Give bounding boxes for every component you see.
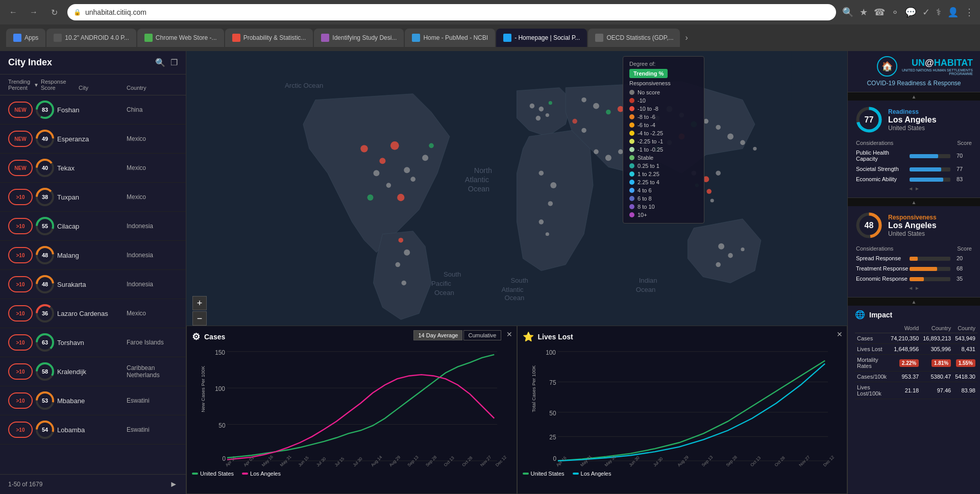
tab-label: Chrome Web Store -... [156,34,217,41]
svg-text:100: 100 [546,349,556,356]
tab-14day[interactable]: 14 Day Average [413,330,462,340]
impact-label-lives: Lives Lost [855,344,889,355]
tab-pubmed[interactable]: Home - PubMed - NCBI [405,29,495,47]
consideration-name: Societal Strength [856,164,909,174]
responsiveness-card: 48 Responsiveness Los Angeles United Sta… [848,206,980,298]
svg-text:150: 150 [215,349,225,356]
svg-text:May 16: May 16 [261,454,275,467]
tab-oecd[interactable]: OECD Statistics (GDP,... [588,29,680,47]
country-mortality-badge: 1.81% [932,359,951,367]
cases-chart-close[interactable]: ✕ [506,330,512,338]
legend-item: -2.25 to -1 [629,137,698,145]
address-bar[interactable]: 🔒 unhabitat.citiiq.com [67,4,836,20]
checklist-icon[interactable]: ✓ [922,7,930,18]
la-label: Los Angeles [250,471,281,477]
trending-degree-btn[interactable]: Trending % [629,69,668,78]
consideration-name-r: Spread Response [856,254,909,263]
svg-text:Jul 30: Jul 30 [652,456,664,467]
legend-label: 6 to 8 [638,195,652,202]
search-icon[interactable]: 🔍 [842,7,853,18]
scroll-bottom[interactable]: ▲ [848,298,980,306]
city-row[interactable]: >10 38 Tuxpan Mexico [0,183,186,212]
city-row[interactable]: >10 58 Kralendijk Caribbean Netherlands [0,357,186,386]
tab-favicon [412,34,420,42]
tab-apps[interactable]: Apps [6,29,45,47]
responsiveness-label[interactable]: Responsiveness [629,80,698,86]
city-row[interactable]: >10 55 Cilacap Indonesia [0,212,186,241]
pagination-next[interactable]: ► [169,480,178,489]
world-map[interactable]: Arctic Ocean Arctic North Atlantic Ocean… [186,51,847,326]
legend-item: Stable [629,154,698,162]
consideration-bar-r3 [910,274,955,283]
lives-chart-area: 100 75 50 25 0 Total Cases Per 100K [523,345,842,488]
search-icon[interactable]: 🔍 [155,58,165,67]
considerations-col-r: Considerations [856,244,909,253]
skype-icon[interactable]: 💬 [905,7,916,18]
legend-item: 10+ [629,211,698,219]
account-icon[interactable]: ⚬ [891,7,899,18]
cases-chart-area: 150 100 50 0 New Cases Per 100K [192,345,511,488]
svg-text:0: 0 [553,455,556,462]
city-row[interactable]: >10 48 Surakarta Indonesia [0,270,186,299]
forward-button[interactable]: → [27,5,41,19]
tab-cumulative[interactable]: Cumulative [463,330,501,340]
tab-probability[interactable]: Probability & Statistic... [225,29,313,47]
logo-name: UN@HABITAT [901,58,973,68]
impact-country-lives100k: 97.46 [921,382,953,399]
extensions-icon[interactable]: ⚕ [936,7,941,18]
expand-icon[interactable]: ❐ [170,58,178,67]
tab-favicon [13,34,21,42]
readiness-scroll[interactable]: ◄ ► [855,185,973,192]
back-button[interactable]: ← [6,5,20,19]
impact-world-cases100k: 953.37 [889,372,921,382]
consideration-name-r3: Economic Response [856,274,909,283]
city-row[interactable]: >10 54 Lobamba Eswatini [0,415,186,444]
zoom-in-button[interactable]: + [192,296,207,310]
legend-label: -2.25 to -1 [638,138,663,144]
scroll-up[interactable]: ▲ [848,92,980,101]
city-row[interactable]: NEW 83 Foshan China [0,95,186,125]
score-circle: 40 [35,158,55,178]
consideration-score-r3: 35 [957,274,972,283]
score-circle: 48 [35,245,55,265]
impact-label: Impact [869,311,892,319]
city-row[interactable]: >10 63 Torshavn Faroe Islands [0,328,186,357]
profile-avatar[interactable]: 👤 [947,7,959,18]
bookmark-icon[interactable]: ★ [860,7,868,18]
sort-icon[interactable]: ▼ [34,82,39,88]
tab-chrome-store[interactable]: Chrome Web Store -... [137,29,224,47]
city-row[interactable]: >10 53 Mbabane Eswatini [0,386,186,415]
more-options[interactable]: ⋮ [965,7,974,18]
tab-study[interactable]: Identifying Study Desi... [314,29,404,47]
tab-android[interactable]: 10.2" ANDROID 4.0 P... [46,29,136,47]
legend-dot [629,114,634,119]
city-row[interactable]: >10 36 Lazaro Cardenas Mexico [0,299,186,328]
reload-button[interactable]: ↻ [47,5,61,19]
city-row[interactable]: NEW 49 Esperanza Mexico [0,125,186,154]
impact-row-mortality: Mortality Rates 2.22% 1.81% 1.55% [855,355,977,372]
country-name: Faroe Islands [127,339,178,346]
city-row[interactable]: NEW 40 Tekax Mexico [0,154,186,183]
readiness-card: 77 Readiness Los Angeles United States C… [848,101,980,198]
city-name: Torshavn [57,339,125,347]
svg-text:Ocean: Ocean [636,286,656,293]
scroll-mid[interactable]: ▲ [848,198,980,206]
city-name: Mbabane [57,397,125,405]
city-row[interactable]: >10 48 Malang Indonesia [0,241,186,270]
lives-chart-close[interactable]: ✕ [837,330,843,338]
un-habitat-logo: 🏠 [877,56,897,77]
cases-legend: United States Los Angeles [192,468,511,477]
tab-favicon [232,34,240,42]
phone-icon[interactable]: ☎ [874,7,885,18]
considerations-col: Considerations [856,139,909,147]
tabs-overflow[interactable]: › [685,33,688,42]
svg-point-73 [753,147,756,151]
responsiveness-scroll[interactable]: ◄ ► [855,284,973,292]
tab-homepage[interactable]: - Homepage | Social P... [496,29,587,47]
svg-point-70 [716,125,721,130]
zoom-out-button[interactable]: − [192,311,207,326]
trending-badge: >10 [8,276,33,292]
legend-item: -4 to -2.25 [629,129,698,137]
impact-county-cases: 543,949 [953,333,977,344]
score-circle: 63 [35,332,55,353]
